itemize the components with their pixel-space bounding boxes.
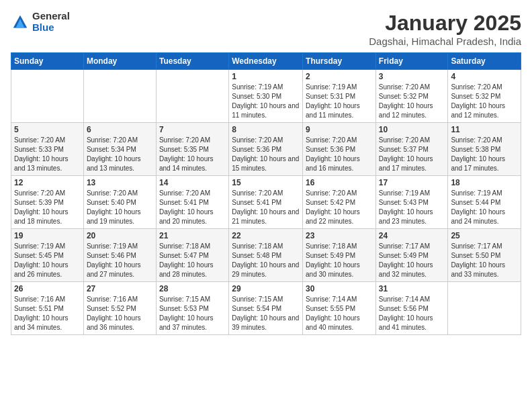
calendar-cell <box>11 70 84 123</box>
day-info: Sunrise: 7:20 AM Sunset: 5:41 PM Dayligh… <box>159 189 226 226</box>
day-number: 21 <box>159 231 226 240</box>
calendar-cell: 30Sunrise: 7:14 AM Sunset: 5:55 PM Dayli… <box>303 282 376 335</box>
day-info: Sunrise: 7:19 AM Sunset: 5:44 PM Dayligh… <box>451 189 518 226</box>
day-info: Sunrise: 7:18 AM Sunset: 5:49 PM Dayligh… <box>306 242 373 279</box>
weekday-header-saturday: Saturday <box>448 53 521 70</box>
calendar-week-4: 19Sunrise: 7:19 AM Sunset: 5:45 PM Dayli… <box>11 229 521 282</box>
calendar-cell: 18Sunrise: 7:19 AM Sunset: 5:44 PM Dayli… <box>448 176 521 229</box>
calendar-body: 1Sunrise: 7:19 AM Sunset: 5:30 PM Daylig… <box>11 70 521 335</box>
calendar-cell: 20Sunrise: 7:19 AM Sunset: 5:46 PM Dayli… <box>83 229 156 282</box>
weekday-header-sunday: Sunday <box>11 53 84 70</box>
calendar-table: SundayMondayTuesdayWednesdayThursdayFrid… <box>11 52 521 335</box>
page-header: General Blue January 2025 Dagshai, Himac… <box>11 11 521 47</box>
calendar-header: SundayMondayTuesdayWednesdayThursdayFrid… <box>11 53 521 70</box>
day-number: 17 <box>379 178 445 187</box>
calendar-cell: 1Sunrise: 7:19 AM Sunset: 5:30 PM Daylig… <box>229 70 303 123</box>
day-info: Sunrise: 7:19 AM Sunset: 5:43 PM Dayligh… <box>379 189 445 226</box>
day-number: 31 <box>379 284 445 293</box>
weekday-header-thursday: Thursday <box>303 53 376 70</box>
day-number: 9 <box>306 125 373 134</box>
logo-icon <box>11 13 30 32</box>
calendar-cell: 24Sunrise: 7:17 AM Sunset: 5:49 PM Dayli… <box>375 229 448 282</box>
day-info: Sunrise: 7:17 AM Sunset: 5:50 PM Dayligh… <box>451 242 518 279</box>
day-number: 26 <box>14 284 81 293</box>
logo-general-label: General <box>32 11 70 22</box>
day-info: Sunrise: 7:20 AM Sunset: 5:42 PM Dayligh… <box>306 189 373 226</box>
logo: General Blue <box>11 11 70 33</box>
day-number: 10 <box>379 125 445 134</box>
day-number: 16 <box>306 178 373 187</box>
day-number: 14 <box>159 178 226 187</box>
day-number: 20 <box>87 231 153 240</box>
calendar-cell: 3Sunrise: 7:20 AM Sunset: 5:32 PM Daylig… <box>375 70 448 123</box>
calendar-cell: 6Sunrise: 7:20 AM Sunset: 5:34 PM Daylig… <box>83 123 156 176</box>
calendar-cell: 9Sunrise: 7:20 AM Sunset: 5:36 PM Daylig… <box>303 123 376 176</box>
day-number: 25 <box>451 231 518 240</box>
calendar-cell: 29Sunrise: 7:15 AM Sunset: 5:54 PM Dayli… <box>229 282 303 335</box>
day-info: Sunrise: 7:20 AM Sunset: 5:32 PM Dayligh… <box>451 83 518 120</box>
day-info: Sunrise: 7:19 AM Sunset: 5:46 PM Dayligh… <box>87 242 153 279</box>
day-number: 30 <box>306 284 373 293</box>
day-info: Sunrise: 7:18 AM Sunset: 5:47 PM Dayligh… <box>159 242 226 279</box>
day-number: 27 <box>87 284 153 293</box>
calendar-cell: 27Sunrise: 7:16 AM Sunset: 5:52 PM Dayli… <box>83 282 156 335</box>
day-info: Sunrise: 7:20 AM Sunset: 5:32 PM Dayligh… <box>379 83 445 120</box>
calendar-cell: 10Sunrise: 7:20 AM Sunset: 5:37 PM Dayli… <box>375 123 448 176</box>
day-info: Sunrise: 7:19 AM Sunset: 5:30 PM Dayligh… <box>232 83 300 120</box>
calendar-cell: 13Sunrise: 7:20 AM Sunset: 5:40 PM Dayli… <box>83 176 156 229</box>
day-info: Sunrise: 7:20 AM Sunset: 5:36 PM Dayligh… <box>306 136 373 173</box>
day-number: 28 <box>159 284 226 293</box>
day-number: 2 <box>306 72 373 81</box>
calendar-cell: 26Sunrise: 7:16 AM Sunset: 5:51 PM Dayli… <box>11 282 84 335</box>
calendar-cell: 11Sunrise: 7:20 AM Sunset: 5:38 PM Dayli… <box>448 123 521 176</box>
day-info: Sunrise: 7:14 AM Sunset: 5:56 PM Dayligh… <box>379 295 445 332</box>
day-number: 1 <box>232 72 300 81</box>
day-info: Sunrise: 7:14 AM Sunset: 5:55 PM Dayligh… <box>306 295 373 332</box>
calendar-cell: 14Sunrise: 7:20 AM Sunset: 5:41 PM Dayli… <box>156 176 228 229</box>
day-info: Sunrise: 7:15 AM Sunset: 5:53 PM Dayligh… <box>159 295 226 332</box>
day-number: 22 <box>232 231 300 240</box>
calendar-cell: 19Sunrise: 7:19 AM Sunset: 5:45 PM Dayli… <box>11 229 84 282</box>
calendar-cell <box>156 70 228 123</box>
day-number: 24 <box>379 231 445 240</box>
calendar-location: Dagshai, Himachal Pradesh, India <box>369 36 521 47</box>
weekday-header-monday: Monday <box>83 53 156 70</box>
day-info: Sunrise: 7:20 AM Sunset: 5:35 PM Dayligh… <box>159 136 226 173</box>
day-info: Sunrise: 7:16 AM Sunset: 5:51 PM Dayligh… <box>14 295 81 332</box>
calendar-cell: 23Sunrise: 7:18 AM Sunset: 5:49 PM Dayli… <box>303 229 376 282</box>
day-info: Sunrise: 7:19 AM Sunset: 5:45 PM Dayligh… <box>14 242 81 279</box>
day-info: Sunrise: 7:20 AM Sunset: 5:40 PM Dayligh… <box>87 189 153 226</box>
day-number: 12 <box>14 178 81 187</box>
day-info: Sunrise: 7:20 AM Sunset: 5:41 PM Dayligh… <box>232 189 300 226</box>
calendar-cell: 28Sunrise: 7:15 AM Sunset: 5:53 PM Dayli… <box>156 282 228 335</box>
logo-text: General Blue <box>32 11 70 33</box>
weekday-header-wednesday: Wednesday <box>229 53 303 70</box>
day-number: 13 <box>87 178 153 187</box>
calendar-cell: 21Sunrise: 7:18 AM Sunset: 5:47 PM Dayli… <box>156 229 228 282</box>
day-info: Sunrise: 7:20 AM Sunset: 5:38 PM Dayligh… <box>451 136 518 173</box>
day-info: Sunrise: 7:20 AM Sunset: 5:39 PM Dayligh… <box>14 189 81 226</box>
day-info: Sunrise: 7:20 AM Sunset: 5:37 PM Dayligh… <box>379 136 445 173</box>
calendar-cell: 7Sunrise: 7:20 AM Sunset: 5:35 PM Daylig… <box>156 123 228 176</box>
calendar-cell: 31Sunrise: 7:14 AM Sunset: 5:56 PM Dayli… <box>375 282 448 335</box>
calendar-cell: 5Sunrise: 7:20 AM Sunset: 5:33 PM Daylig… <box>11 123 84 176</box>
day-info: Sunrise: 7:16 AM Sunset: 5:52 PM Dayligh… <box>87 295 153 332</box>
calendar-cell: 4Sunrise: 7:20 AM Sunset: 5:32 PM Daylig… <box>448 70 521 123</box>
day-number: 5 <box>14 125 81 134</box>
day-info: Sunrise: 7:20 AM Sunset: 5:33 PM Dayligh… <box>14 136 81 173</box>
weekday-header-friday: Friday <box>375 53 448 70</box>
day-number: 23 <box>306 231 373 240</box>
calendar-cell: 25Sunrise: 7:17 AM Sunset: 5:50 PM Dayli… <box>448 229 521 282</box>
day-number: 15 <box>232 178 300 187</box>
calendar-cell: 22Sunrise: 7:18 AM Sunset: 5:48 PM Dayli… <box>229 229 303 282</box>
day-number: 29 <box>232 284 300 293</box>
day-number: 6 <box>87 125 153 134</box>
weekday-header-row: SundayMondayTuesdayWednesdayThursdayFrid… <box>11 53 521 70</box>
calendar-week-2: 5Sunrise: 7:20 AM Sunset: 5:33 PM Daylig… <box>11 123 521 176</box>
day-info: Sunrise: 7:20 AM Sunset: 5:36 PM Dayligh… <box>232 136 300 173</box>
calendar-cell: 8Sunrise: 7:20 AM Sunset: 5:36 PM Daylig… <box>229 123 303 176</box>
calendar-cell: 15Sunrise: 7:20 AM Sunset: 5:41 PM Dayli… <box>229 176 303 229</box>
day-info: Sunrise: 7:19 AM Sunset: 5:31 PM Dayligh… <box>306 83 373 120</box>
day-info: Sunrise: 7:20 AM Sunset: 5:34 PM Dayligh… <box>87 136 153 173</box>
day-info: Sunrise: 7:18 AM Sunset: 5:48 PM Dayligh… <box>232 242 300 279</box>
